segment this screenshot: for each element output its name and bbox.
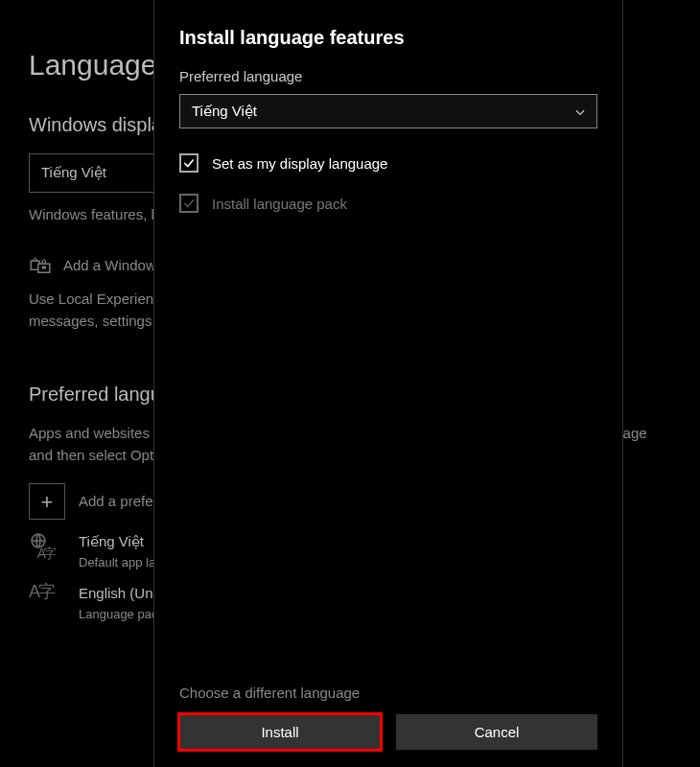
cancel-button[interactable]: Cancel [396, 714, 597, 750]
checkbox-disabled-icon [179, 194, 198, 213]
install-language-features-dialog: Install language features Preferred lang… [153, 0, 623, 767]
dialog-title: Install language features [179, 27, 597, 49]
plus-icon: + [29, 483, 65, 520]
chevron-down-icon [573, 105, 585, 117]
choose-different-language-link[interactable]: Choose a different language [179, 685, 597, 701]
install-language-pack-label: Install language pack [212, 196, 347, 212]
preferred-language-dropdown[interactable]: Tiếng Việt [179, 94, 597, 128]
checkbox-checked-icon [179, 153, 198, 173]
set-display-language-label: Set as my display language [212, 155, 387, 172]
svg-text:A字: A字 [37, 546, 58, 561]
dropdown-value: Tiếng Việt [192, 103, 257, 120]
language-icon: A字 [29, 583, 65, 623]
install-language-pack-option: Install language pack [179, 194, 597, 213]
globe-language-icon: A字 [29, 531, 65, 571]
preferred-language-label: Preferred language [179, 68, 597, 84]
store-icon: 🛍 [29, 254, 50, 277]
install-button[interactable]: Install [179, 714, 381, 750]
set-display-language-option[interactable]: Set as my display language [179, 153, 597, 173]
dialog-button-row: Install Cancel [179, 714, 597, 750]
